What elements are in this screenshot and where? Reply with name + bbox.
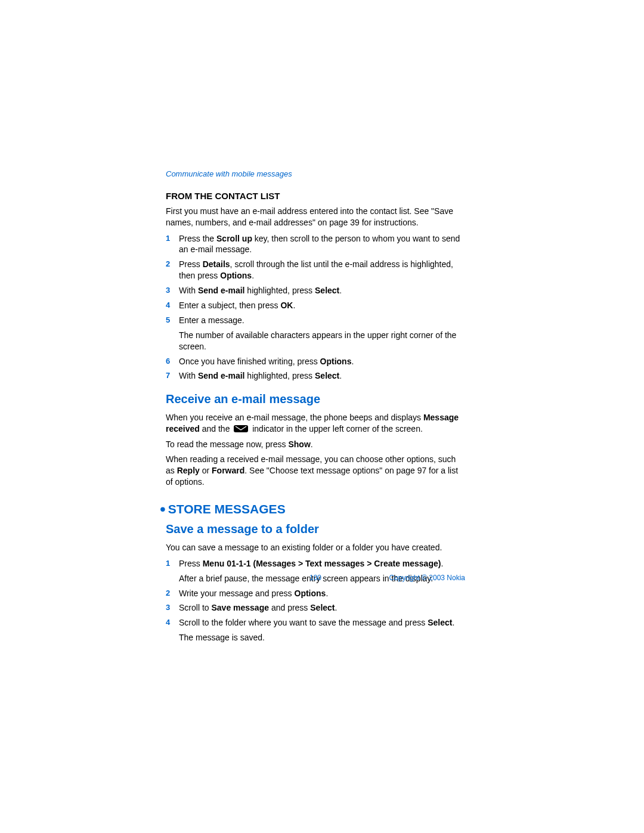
running-header: Communicate with mobile messages [166,169,465,179]
list-item: 4 Enter a subject, then press OK. [166,300,465,311]
list-item: 7 With Send e-mail highlighted, press Se… [166,370,465,382]
step-text: Scroll to the folder where you want to s… [179,617,465,628]
section-intro: First you must have an e-mail address en… [166,206,465,228]
steps-list-1: 1 Press the Scroll up key, then scroll t… [166,233,465,382]
list-item: 2 Press Details, scroll through the list… [166,259,465,281]
list-item: 3 With Send e-mail highlighted, press Se… [166,285,465,296]
page-number: 100 [309,573,321,583]
step-number: 1 [166,558,179,569]
step-number: 1 [166,233,179,244]
page-footer: 100 Copyright © 2003 Nokia [166,573,465,583]
step-text: Scroll to Save message and press Select. [179,602,465,614]
step-text: Press Menu 01-1-1 (Messages > Text messa… [179,558,465,569]
section-heading-receive: Receive an e-mail message [166,391,465,407]
list-item: 4 Scroll to the folder where you want to… [166,617,465,628]
envelope-icon [234,424,248,435]
step-number: 5 [166,315,179,326]
paragraph: When reading a received e-mail message, … [166,454,465,488]
step-note: The message is saved. [179,632,465,643]
steps-list-2: 1 Press Menu 01-1-1 (Messages > Text mes… [166,558,465,643]
step-text: Press the Scroll up key, then scroll to … [179,233,465,256]
step-number: 3 [166,285,179,296]
list-item: 3 Scroll to Save message and press Selec… [166,602,465,614]
step-text: With Send e-mail highlighted, press Sele… [179,370,465,382]
copyright-text: Copyright © 2003 Nokia [389,573,465,583]
step-note: The number of available characters appea… [179,330,465,352]
step-number: 4 [166,300,179,311]
list-item: 2 Write your message and press Options. [166,588,465,599]
step-text: Once you have finished writing, press Op… [179,356,465,367]
step-text: Write your message and press Options. [179,588,465,599]
list-item: 6 Once you have finished writing, press … [166,356,465,367]
step-number: 2 [166,588,179,599]
paragraph: To read the message now, press Show. [166,439,465,450]
section-heading-contact-list: FROM THE CONTACT LIST [166,190,465,202]
step-text: Enter a subject, then press OK. [179,300,465,311]
bullet-icon: • [160,501,166,518]
paragraph: When you receive an e-mail message, the … [166,412,465,435]
heading-text: STORE MESSAGES [168,501,286,518]
step-text: With Send e-mail highlighted, press Sele… [179,285,465,296]
step-number: 7 [166,370,179,381]
list-item: 1 Press the Scroll up key, then scroll t… [166,233,465,256]
list-item: 1 Press Menu 01-1-1 (Messages > Text mes… [166,558,465,569]
section-heading-store: • STORE MESSAGES [160,501,465,518]
step-text: Press Details, scroll through the list u… [179,259,465,281]
step-number: 6 [166,356,179,367]
step-text: Enter a message. [179,315,465,326]
section-heading-save-folder: Save a message to a folder [166,521,465,537]
list-item: 5 Enter a message. [166,315,465,326]
step-number: 3 [166,602,179,613]
document-page: Communicate with mobile messages FROM TH… [0,0,644,833]
section-intro: You can save a message to an existing fo… [166,542,465,553]
step-number: 4 [166,617,179,628]
step-number: 2 [166,259,179,270]
